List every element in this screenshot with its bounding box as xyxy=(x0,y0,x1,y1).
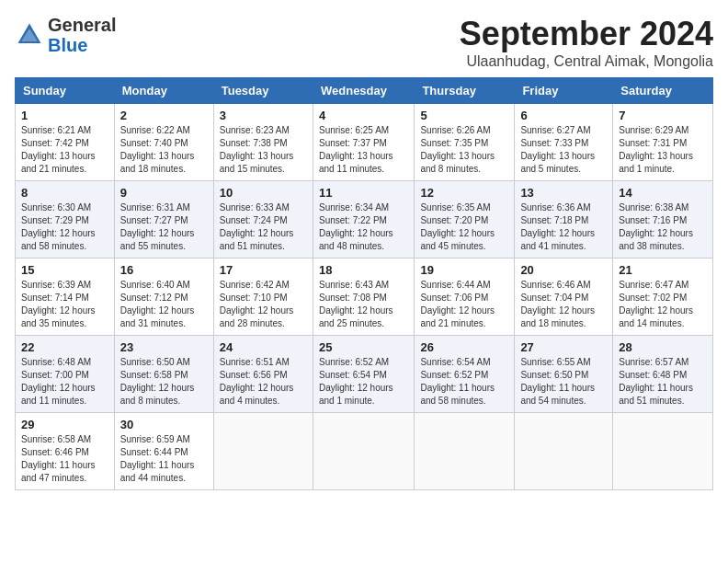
header: General Blue September 2024 Ulaanhudag, … xyxy=(15,15,713,70)
calendar-cell: 25Sunrise: 6:52 AM Sunset: 6:54 PM Dayli… xyxy=(313,336,414,413)
day-info: Sunrise: 6:23 AM Sunset: 7:38 PM Dayligh… xyxy=(220,124,307,176)
weekday-header-friday: Friday xyxy=(515,78,613,104)
day-info: Sunrise: 6:48 AM Sunset: 7:00 PM Dayligh… xyxy=(21,356,108,408)
calendar-cell: 8Sunrise: 6:30 AM Sunset: 7:29 PM Daylig… xyxy=(16,181,115,259)
calendar-cell: 17Sunrise: 6:42 AM Sunset: 7:10 PM Dayli… xyxy=(213,259,313,336)
calendar-cell: 18Sunrise: 6:43 AM Sunset: 7:08 PM Dayli… xyxy=(313,259,414,336)
calendar-cell xyxy=(613,413,713,490)
day-info: Sunrise: 6:25 AM Sunset: 7:37 PM Dayligh… xyxy=(319,124,408,176)
week-row-1: 1Sunrise: 6:21 AM Sunset: 7:42 PM Daylig… xyxy=(16,104,713,181)
day-number: 4 xyxy=(319,109,408,122)
day-info: Sunrise: 6:43 AM Sunset: 7:08 PM Dayligh… xyxy=(319,279,408,330)
day-info: Sunrise: 6:27 AM Sunset: 7:33 PM Dayligh… xyxy=(520,124,607,176)
day-info: Sunrise: 6:36 AM Sunset: 7:18 PM Dayligh… xyxy=(520,201,607,253)
calendar-cell: 13Sunrise: 6:36 AM Sunset: 7:18 PM Dayli… xyxy=(515,181,613,259)
day-number: 27 xyxy=(520,340,607,354)
calendar-cell: 16Sunrise: 6:40 AM Sunset: 7:12 PM Dayli… xyxy=(114,259,213,336)
title-area: September 2024 Ulaanhudag, Central Aimak… xyxy=(460,15,713,70)
day-number: 8 xyxy=(21,186,108,200)
day-number: 6 xyxy=(520,109,607,122)
calendar-cell: 20Sunrise: 6:46 AM Sunset: 7:04 PM Dayli… xyxy=(515,259,613,336)
day-number: 22 xyxy=(21,340,108,354)
day-info: Sunrise: 6:40 AM Sunset: 7:12 PM Dayligh… xyxy=(120,279,208,330)
day-info: Sunrise: 6:54 AM Sunset: 6:52 PM Dayligh… xyxy=(420,356,508,408)
day-number: 24 xyxy=(220,340,307,354)
calendar-cell: 21Sunrise: 6:47 AM Sunset: 7:02 PM Dayli… xyxy=(613,259,713,336)
calendar-cell: 15Sunrise: 6:39 AM Sunset: 7:14 PM Dayli… xyxy=(16,259,115,336)
day-number: 2 xyxy=(120,109,208,122)
day-number: 20 xyxy=(520,263,607,277)
week-row-5: 29Sunrise: 6:58 AM Sunset: 6:46 PM Dayli… xyxy=(16,413,713,490)
month-title: September 2024 xyxy=(460,15,713,53)
calendar-cell: 27Sunrise: 6:55 AM Sunset: 6:50 PM Dayli… xyxy=(515,336,613,413)
calendar-cell: 19Sunrise: 6:44 AM Sunset: 7:06 PM Dayli… xyxy=(415,259,515,336)
day-info: Sunrise: 6:31 AM Sunset: 7:27 PM Dayligh… xyxy=(120,201,208,253)
calendar-cell xyxy=(313,413,414,490)
calendar-cell: 4Sunrise: 6:25 AM Sunset: 7:37 PM Daylig… xyxy=(313,104,414,181)
weekday-header-row: SundayMondayTuesdayWednesdayThursdayFrid… xyxy=(16,78,713,104)
calendar-cell: 7Sunrise: 6:29 AM Sunset: 7:31 PM Daylig… xyxy=(613,104,713,181)
calendar-cell: 14Sunrise: 6:38 AM Sunset: 7:16 PM Dayli… xyxy=(613,181,713,259)
day-info: Sunrise: 6:33 AM Sunset: 7:24 PM Dayligh… xyxy=(220,201,307,253)
logo-general-text: General xyxy=(48,15,116,35)
day-info: Sunrise: 6:57 AM Sunset: 6:48 PM Dayligh… xyxy=(619,356,707,408)
calendar-cell: 24Sunrise: 6:51 AM Sunset: 6:56 PM Dayli… xyxy=(213,336,313,413)
day-info: Sunrise: 6:35 AM Sunset: 7:20 PM Dayligh… xyxy=(420,201,508,253)
week-row-4: 22Sunrise: 6:48 AM Sunset: 7:00 PM Dayli… xyxy=(16,336,713,413)
day-number: 17 xyxy=(220,263,307,277)
day-info: Sunrise: 6:51 AM Sunset: 6:56 PM Dayligh… xyxy=(220,356,307,408)
day-number: 1 xyxy=(21,109,108,122)
day-info: Sunrise: 6:21 AM Sunset: 7:42 PM Dayligh… xyxy=(21,124,108,176)
logo: General Blue xyxy=(15,15,116,55)
day-info: Sunrise: 6:38 AM Sunset: 7:16 PM Dayligh… xyxy=(619,201,707,253)
calendar-cell: 11Sunrise: 6:34 AM Sunset: 7:22 PM Dayli… xyxy=(313,181,414,259)
day-number: 12 xyxy=(420,186,508,200)
calendar: SundayMondayTuesdayWednesdayThursdayFrid… xyxy=(15,77,713,490)
day-number: 15 xyxy=(21,263,108,277)
day-number: 13 xyxy=(520,186,607,200)
day-number: 21 xyxy=(619,263,707,277)
day-number: 28 xyxy=(619,340,707,354)
day-number: 26 xyxy=(420,340,508,354)
day-info: Sunrise: 6:39 AM Sunset: 7:14 PM Dayligh… xyxy=(21,279,108,330)
day-number: 23 xyxy=(120,340,208,354)
day-info: Sunrise: 6:26 AM Sunset: 7:35 PM Dayligh… xyxy=(420,124,508,176)
day-number: 30 xyxy=(120,418,208,431)
day-info: Sunrise: 6:47 AM Sunset: 7:02 PM Dayligh… xyxy=(619,279,707,330)
day-number: 18 xyxy=(319,263,408,277)
day-number: 29 xyxy=(21,418,108,431)
calendar-cell xyxy=(515,413,613,490)
calendar-cell: 30Sunrise: 6:59 AM Sunset: 6:44 PM Dayli… xyxy=(114,413,213,490)
day-number: 16 xyxy=(120,263,208,277)
day-number: 14 xyxy=(619,186,707,200)
day-number: 25 xyxy=(319,340,408,354)
day-info: Sunrise: 6:44 AM Sunset: 7:06 PM Dayligh… xyxy=(420,279,508,330)
week-row-3: 15Sunrise: 6:39 AM Sunset: 7:14 PM Dayli… xyxy=(16,259,713,336)
location-text: Ulaanhudag, Central Aimak, Mongolia xyxy=(460,53,713,70)
calendar-cell: 5Sunrise: 6:26 AM Sunset: 7:35 PM Daylig… xyxy=(415,104,515,181)
weekday-header-sunday: Sunday xyxy=(16,78,115,104)
calendar-cell: 10Sunrise: 6:33 AM Sunset: 7:24 PM Dayli… xyxy=(213,181,313,259)
day-number: 10 xyxy=(220,186,307,200)
weekday-header-saturday: Saturday xyxy=(613,78,713,104)
day-info: Sunrise: 6:22 AM Sunset: 7:40 PM Dayligh… xyxy=(120,124,208,176)
calendar-cell: 1Sunrise: 6:21 AM Sunset: 7:42 PM Daylig… xyxy=(16,104,115,181)
day-number: 3 xyxy=(220,109,307,122)
calendar-cell xyxy=(415,413,515,490)
day-info: Sunrise: 6:58 AM Sunset: 6:46 PM Dayligh… xyxy=(21,433,108,485)
logo-icon xyxy=(15,20,44,50)
day-info: Sunrise: 6:34 AM Sunset: 7:22 PM Dayligh… xyxy=(319,201,408,253)
calendar-cell: 23Sunrise: 6:50 AM Sunset: 6:58 PM Dayli… xyxy=(114,336,213,413)
day-info: Sunrise: 6:29 AM Sunset: 7:31 PM Dayligh… xyxy=(619,124,707,176)
weekday-header-thursday: Thursday xyxy=(415,78,515,104)
calendar-cell: 9Sunrise: 6:31 AM Sunset: 7:27 PM Daylig… xyxy=(114,181,213,259)
day-number: 11 xyxy=(319,186,408,200)
day-info: Sunrise: 6:42 AM Sunset: 7:10 PM Dayligh… xyxy=(220,279,307,330)
calendar-cell: 28Sunrise: 6:57 AM Sunset: 6:48 PM Dayli… xyxy=(613,336,713,413)
calendar-cell: 12Sunrise: 6:35 AM Sunset: 7:20 PM Dayli… xyxy=(415,181,515,259)
calendar-cell: 29Sunrise: 6:58 AM Sunset: 6:46 PM Dayli… xyxy=(16,413,115,490)
calendar-cell: 6Sunrise: 6:27 AM Sunset: 7:33 PM Daylig… xyxy=(515,104,613,181)
day-info: Sunrise: 6:30 AM Sunset: 7:29 PM Dayligh… xyxy=(21,201,108,253)
day-info: Sunrise: 6:46 AM Sunset: 7:04 PM Dayligh… xyxy=(520,279,607,330)
day-info: Sunrise: 6:52 AM Sunset: 6:54 PM Dayligh… xyxy=(319,356,408,408)
